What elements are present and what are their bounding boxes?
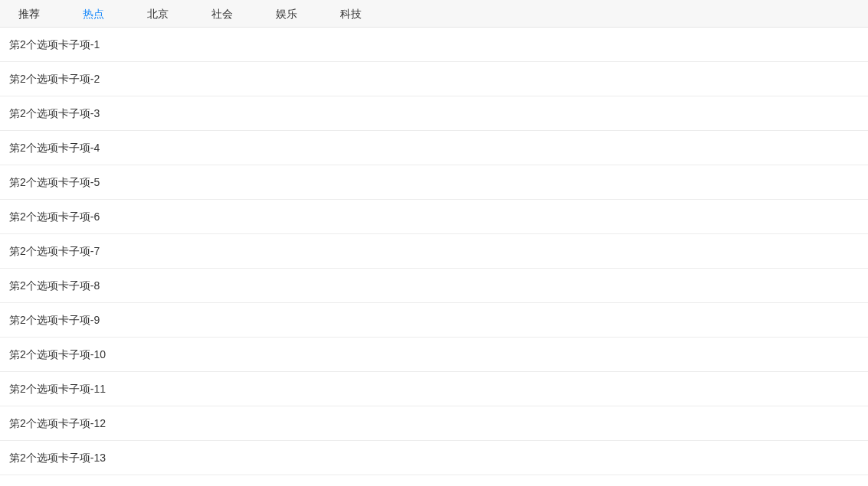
list-item[interactable]: 第2个选项卡子项-4	[0, 131, 868, 165]
list-item[interactable]: 第2个选项卡子项-5	[0, 165, 868, 200]
tab-hotspot[interactable]: 热点	[69, 0, 118, 28]
list-item[interactable]: 第2个选项卡子项-6	[0, 200, 868, 234]
list-item[interactable]: 第2个选项卡子项-11	[0, 372, 868, 406]
list-item[interactable]: 第2个选项卡子项-1	[0, 28, 868, 62]
list-item[interactable]: 第2个选项卡子项-8	[0, 269, 868, 303]
tab-entertainment[interactable]: 娱乐	[262, 0, 311, 28]
tab-beijing[interactable]: 北京	[133, 0, 182, 28]
tab-technology[interactable]: 科技	[326, 0, 375, 28]
tab-recommend[interactable]: 推荐	[5, 0, 54, 28]
list-item[interactable]: 第2个选项卡子项-9	[0, 303, 868, 338]
list-item[interactable]: 第2个选项卡子项-12	[0, 406, 868, 441]
list-item[interactable]: 第2个选项卡子项-2	[0, 62, 868, 96]
list-item[interactable]: 第2个选项卡子项-14	[0, 475, 868, 486]
list-item[interactable]: 第2个选项卡子项-7	[0, 234, 868, 269]
tab-society[interactable]: 社会	[198, 0, 247, 28]
tab-bar: 推荐 热点 北京 社会 娱乐 科技	[0, 0, 868, 28]
content-list: 第2个选项卡子项-1 第2个选项卡子项-2 第2个选项卡子项-3 第2个选项卡子…	[0, 28, 868, 486]
list-item[interactable]: 第2个选项卡子项-10	[0, 338, 868, 372]
list-item[interactable]: 第2个选项卡子项-13	[0, 441, 868, 475]
list-item[interactable]: 第2个选项卡子项-3	[0, 96, 868, 131]
